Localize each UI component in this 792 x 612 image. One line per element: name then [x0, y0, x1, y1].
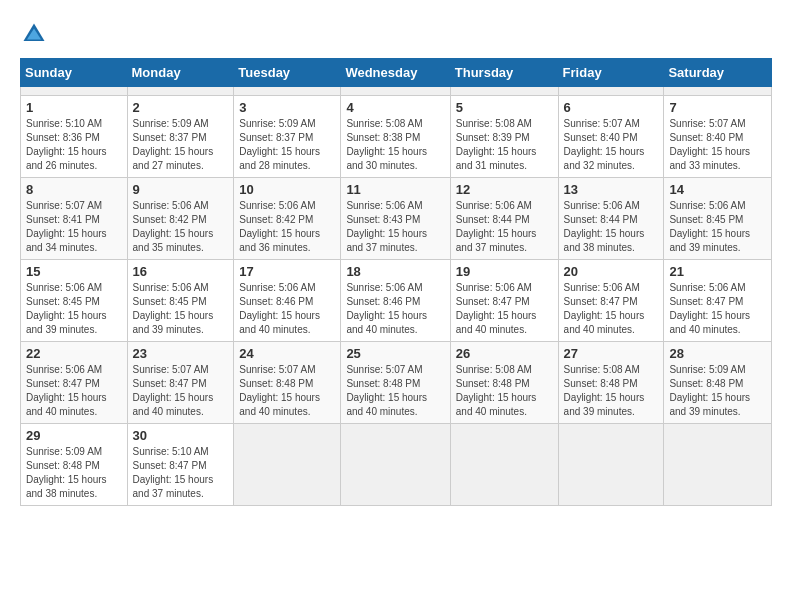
header-thursday: Thursday [450, 59, 558, 87]
calendar-cell: 5Sunrise: 5:08 AMSunset: 8:39 PMDaylight… [450, 96, 558, 178]
day-number: 27 [564, 346, 659, 361]
header-wednesday: Wednesday [341, 59, 450, 87]
day-info: Sunrise: 5:06 AMSunset: 8:42 PMDaylight:… [133, 199, 229, 255]
day-number: 16 [133, 264, 229, 279]
day-info: Sunrise: 5:09 AMSunset: 8:48 PMDaylight:… [26, 445, 122, 501]
day-number: 11 [346, 182, 444, 197]
calendar-cell: 17Sunrise: 5:06 AMSunset: 8:46 PMDayligh… [234, 260, 341, 342]
header-monday: Monday [127, 59, 234, 87]
calendar-cell: 27Sunrise: 5:08 AMSunset: 8:48 PMDayligh… [558, 342, 664, 424]
day-number: 18 [346, 264, 444, 279]
day-number: 25 [346, 346, 444, 361]
day-number: 30 [133, 428, 229, 443]
calendar-week-row: 1Sunrise: 5:10 AMSunset: 8:36 PMDaylight… [21, 96, 772, 178]
day-info: Sunrise: 5:08 AMSunset: 8:48 PMDaylight:… [456, 363, 553, 419]
calendar-cell: 7Sunrise: 5:07 AMSunset: 8:40 PMDaylight… [664, 96, 772, 178]
calendar-cell: 14Sunrise: 5:06 AMSunset: 8:45 PMDayligh… [664, 178, 772, 260]
header-sunday: Sunday [21, 59, 128, 87]
day-info: Sunrise: 5:06 AMSunset: 8:45 PMDaylight:… [669, 199, 766, 255]
calendar-week-row: 29Sunrise: 5:09 AMSunset: 8:48 PMDayligh… [21, 424, 772, 506]
day-number: 19 [456, 264, 553, 279]
calendar-cell: 29Sunrise: 5:09 AMSunset: 8:48 PMDayligh… [21, 424, 128, 506]
header-saturday: Saturday [664, 59, 772, 87]
day-info: Sunrise: 5:08 AMSunset: 8:48 PMDaylight:… [564, 363, 659, 419]
calendar-cell [558, 87, 664, 96]
calendar-cell [341, 424, 450, 506]
calendar-cell: 6Sunrise: 5:07 AMSunset: 8:40 PMDaylight… [558, 96, 664, 178]
day-number: 2 [133, 100, 229, 115]
day-info: Sunrise: 5:07 AMSunset: 8:47 PMDaylight:… [133, 363, 229, 419]
day-number: 8 [26, 182, 122, 197]
day-number: 12 [456, 182, 553, 197]
calendar-cell: 30Sunrise: 5:10 AMSunset: 8:47 PMDayligh… [127, 424, 234, 506]
day-info: Sunrise: 5:06 AMSunset: 8:45 PMDaylight:… [133, 281, 229, 337]
day-info: Sunrise: 5:06 AMSunset: 8:46 PMDaylight:… [346, 281, 444, 337]
calendar-cell: 15Sunrise: 5:06 AMSunset: 8:45 PMDayligh… [21, 260, 128, 342]
calendar-cell: 24Sunrise: 5:07 AMSunset: 8:48 PMDayligh… [234, 342, 341, 424]
calendar-cell: 8Sunrise: 5:07 AMSunset: 8:41 PMDaylight… [21, 178, 128, 260]
day-info: Sunrise: 5:06 AMSunset: 8:47 PMDaylight:… [669, 281, 766, 337]
day-number: 14 [669, 182, 766, 197]
day-number: 7 [669, 100, 766, 115]
calendar-cell: 3Sunrise: 5:09 AMSunset: 8:37 PMDaylight… [234, 96, 341, 178]
calendar-cell [558, 424, 664, 506]
header-tuesday: Tuesday [234, 59, 341, 87]
day-info: Sunrise: 5:06 AMSunset: 8:46 PMDaylight:… [239, 281, 335, 337]
day-info: Sunrise: 5:09 AMSunset: 8:37 PMDaylight:… [239, 117, 335, 173]
calendar-cell: 11Sunrise: 5:06 AMSunset: 8:43 PMDayligh… [341, 178, 450, 260]
day-info: Sunrise: 5:06 AMSunset: 8:45 PMDaylight:… [26, 281, 122, 337]
calendar-cell: 25Sunrise: 5:07 AMSunset: 8:48 PMDayligh… [341, 342, 450, 424]
page-header [20, 20, 772, 48]
day-number: 24 [239, 346, 335, 361]
calendar-header-row: SundayMondayTuesdayWednesdayThursdayFrid… [21, 59, 772, 87]
calendar-cell [127, 87, 234, 96]
day-info: Sunrise: 5:07 AMSunset: 8:48 PMDaylight:… [239, 363, 335, 419]
day-number: 17 [239, 264, 335, 279]
calendar-cell: 1Sunrise: 5:10 AMSunset: 8:36 PMDaylight… [21, 96, 128, 178]
day-number: 1 [26, 100, 122, 115]
calendar-cell: 19Sunrise: 5:06 AMSunset: 8:47 PMDayligh… [450, 260, 558, 342]
day-number: 5 [456, 100, 553, 115]
calendar-cell: 16Sunrise: 5:06 AMSunset: 8:45 PMDayligh… [127, 260, 234, 342]
calendar-cell [234, 87, 341, 96]
day-info: Sunrise: 5:06 AMSunset: 8:47 PMDaylight:… [26, 363, 122, 419]
calendar-week-row: 22Sunrise: 5:06 AMSunset: 8:47 PMDayligh… [21, 342, 772, 424]
day-info: Sunrise: 5:07 AMSunset: 8:41 PMDaylight:… [26, 199, 122, 255]
day-info: Sunrise: 5:06 AMSunset: 8:44 PMDaylight:… [456, 199, 553, 255]
calendar-cell [341, 87, 450, 96]
day-info: Sunrise: 5:10 AMSunset: 8:47 PMDaylight:… [133, 445, 229, 501]
header-friday: Friday [558, 59, 664, 87]
calendar-cell: 9Sunrise: 5:06 AMSunset: 8:42 PMDaylight… [127, 178, 234, 260]
day-number: 20 [564, 264, 659, 279]
day-info: Sunrise: 5:10 AMSunset: 8:36 PMDaylight:… [26, 117, 122, 173]
day-number: 26 [456, 346, 553, 361]
calendar-cell: 20Sunrise: 5:06 AMSunset: 8:47 PMDayligh… [558, 260, 664, 342]
calendar-cell [234, 424, 341, 506]
calendar-cell [450, 87, 558, 96]
day-info: Sunrise: 5:07 AMSunset: 8:40 PMDaylight:… [669, 117, 766, 173]
calendar-cell: 13Sunrise: 5:06 AMSunset: 8:44 PMDayligh… [558, 178, 664, 260]
calendar-cell: 18Sunrise: 5:06 AMSunset: 8:46 PMDayligh… [341, 260, 450, 342]
calendar-cell: 21Sunrise: 5:06 AMSunset: 8:47 PMDayligh… [664, 260, 772, 342]
calendar-week-row [21, 87, 772, 96]
day-number: 9 [133, 182, 229, 197]
calendar-cell: 10Sunrise: 5:06 AMSunset: 8:42 PMDayligh… [234, 178, 341, 260]
day-info: Sunrise: 5:06 AMSunset: 8:47 PMDaylight:… [564, 281, 659, 337]
day-number: 29 [26, 428, 122, 443]
day-info: Sunrise: 5:06 AMSunset: 8:42 PMDaylight:… [239, 199, 335, 255]
day-info: Sunrise: 5:08 AMSunset: 8:39 PMDaylight:… [456, 117, 553, 173]
day-number: 28 [669, 346, 766, 361]
calendar-cell: 2Sunrise: 5:09 AMSunset: 8:37 PMDaylight… [127, 96, 234, 178]
calendar-cell [21, 87, 128, 96]
logo-icon [20, 20, 48, 48]
day-number: 6 [564, 100, 659, 115]
calendar-cell [664, 87, 772, 96]
calendar-cell: 28Sunrise: 5:09 AMSunset: 8:48 PMDayligh… [664, 342, 772, 424]
calendar-week-row: 8Sunrise: 5:07 AMSunset: 8:41 PMDaylight… [21, 178, 772, 260]
logo [20, 20, 52, 48]
day-info: Sunrise: 5:07 AMSunset: 8:40 PMDaylight:… [564, 117, 659, 173]
day-info: Sunrise: 5:06 AMSunset: 8:44 PMDaylight:… [564, 199, 659, 255]
day-info: Sunrise: 5:06 AMSunset: 8:43 PMDaylight:… [346, 199, 444, 255]
calendar-cell: 23Sunrise: 5:07 AMSunset: 8:47 PMDayligh… [127, 342, 234, 424]
day-info: Sunrise: 5:06 AMSunset: 8:47 PMDaylight:… [456, 281, 553, 337]
